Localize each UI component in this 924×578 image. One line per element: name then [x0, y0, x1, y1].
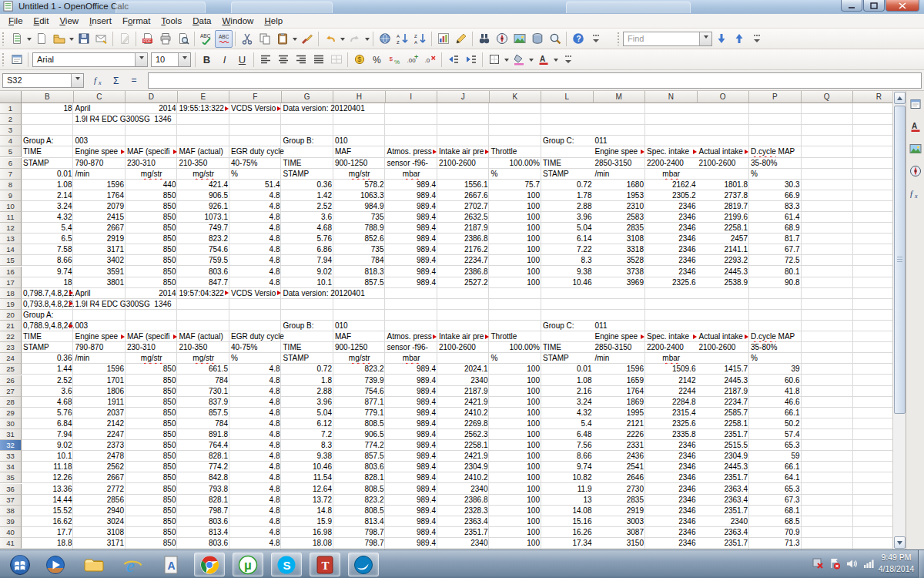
cell-C27[interactable]: 1806: [74, 386, 126, 397]
cell-C17[interactable]: 3801: [74, 277, 126, 288]
column-header-B[interactable]: B: [22, 91, 74, 103]
cell-J15[interactable]: 2234.7: [437, 255, 490, 266]
cell-I31[interactable]: 989.4: [386, 429, 438, 440]
sort-desc-icon[interactable]: ZA: [411, 30, 429, 48]
gallery-icon[interactable]: [511, 30, 528, 48]
cell-G28[interactable]: 3.96: [282, 397, 334, 408]
row-header-17[interactable]: 17: [0, 277, 22, 288]
cell-I28[interactable]: 989.4: [386, 397, 438, 408]
cell-L21[interactable]: Group C:: [541, 321, 594, 331]
cell-H13[interactable]: 852.6: [333, 234, 386, 244]
cell-G12[interactable]: 4.68: [282, 223, 334, 234]
align-left-icon[interactable]: [256, 51, 274, 69]
cell-P30[interactable]: 50.2: [749, 418, 802, 429]
cell-E15[interactable]: 759.5: [178, 255, 230, 266]
align-right-icon[interactable]: [292, 51, 310, 69]
cell-L33[interactable]: 8.66: [541, 451, 594, 462]
cell-B10[interactable]: 3.24: [22, 201, 74, 212]
cell-F13[interactable]: 4.8: [229, 234, 282, 244]
cell-G31[interactable]: 7.2: [282, 429, 334, 440]
datasource-icon[interactable]: [528, 30, 546, 48]
cell-K11[interactable]: 100: [490, 212, 542, 223]
cell-J26[interactable]: 2340: [437, 375, 490, 386]
cell-C4[interactable]: 003: [74, 136, 126, 146]
cell-C41[interactable]: 3171: [74, 538, 126, 549]
cell-L4[interactable]: Group C:: [541, 136, 594, 146]
cell-N30[interactable]: 2325.6: [645, 418, 698, 429]
row-header-13[interactable]: 13: [0, 234, 22, 244]
cell-K28[interactable]: 100: [490, 397, 542, 408]
cell-B21[interactable]: 0,788.9,4.8,24.: [22, 321, 74, 331]
cell-D32[interactable]: 850: [126, 440, 178, 451]
cell-L15[interactable]: 8.3: [541, 255, 594, 266]
cell-P13[interactable]: 81.7: [749, 234, 802, 244]
cell-N17[interactable]: 2325.6: [645, 277, 698, 288]
cell-F14[interactable]: 4.8: [229, 244, 282, 255]
row-header-31[interactable]: 31: [0, 429, 22, 440]
cell-M22[interactable]: Engine spee: [594, 331, 646, 342]
cell-E11[interactable]: 1073.1: [178, 212, 230, 223]
cell-B41[interactable]: 18.8: [22, 538, 74, 549]
cell-I25[interactable]: 989.4: [386, 364, 438, 375]
taskbar-explorer-icon[interactable]: [79, 553, 109, 576]
cell-E26[interactable]: 784: [178, 375, 230, 386]
cell-K5[interactable]: Throttle: [490, 146, 542, 157]
column-header-Q[interactable]: Q: [802, 91, 854, 103]
cell-E23[interactable]: 210-350: [178, 342, 230, 353]
underline-button[interactable]: U: [233, 51, 251, 69]
row-header-36[interactable]: 36: [0, 484, 22, 495]
cell-H23[interactable]: 900-1250: [333, 342, 386, 353]
cell-K16[interactable]: 100: [490, 267, 542, 277]
row-header-20[interactable]: 20: [0, 310, 22, 321]
column-header-G[interactable]: G: [282, 91, 334, 103]
cell-J8[interactable]: 1556.1: [437, 180, 490, 190]
cell-F11[interactable]: 4.8: [229, 212, 282, 223]
cell-D41[interactable]: 850: [126, 538, 178, 549]
cell-K25[interactable]: 100: [490, 364, 542, 375]
row-header-22[interactable]: 22: [0, 331, 22, 342]
cell-F41[interactable]: 4.8: [229, 538, 282, 549]
cell-C13[interactable]: 2919: [74, 234, 126, 244]
find-next-icon[interactable]: [712, 30, 730, 48]
cell-area[interactable]: 18April201419:55:13:322VCDS VersioData v…: [22, 103, 892, 549]
cell-J9[interactable]: 2667.6: [437, 190, 490, 201]
cell-K38[interactable]: 100: [490, 506, 542, 516]
find-input[interactable]: Find: [623, 32, 712, 46]
cell-C21[interactable]: 003: [74, 321, 126, 331]
add-dec-icon[interactable]: .00+: [403, 51, 421, 69]
cell-N15[interactable]: 2346: [645, 255, 698, 266]
pdf-icon[interactable]: PDF: [139, 30, 156, 48]
cell-M39[interactable]: 3003: [594, 516, 646, 527]
cell-N29[interactable]: 2315.4: [645, 408, 698, 418]
cell-M5[interactable]: Engine spee: [594, 146, 646, 157]
cell-G9[interactable]: 1.42: [282, 190, 334, 201]
cell-M38[interactable]: 2919: [594, 506, 646, 516]
cell-C31[interactable]: 2247: [74, 429, 126, 440]
close-button[interactable]: [886, 0, 919, 12]
row-header-6[interactable]: 6: [0, 158, 22, 169]
row-header-21[interactable]: 21: [0, 321, 22, 331]
bgcolor-dropdown-icon[interactable]: [529, 59, 534, 64]
cell-D16[interactable]: 850: [126, 267, 178, 277]
cell-F33[interactable]: 4.8: [229, 451, 282, 462]
cell-G18[interactable]: Data version: 20120401: [282, 288, 334, 299]
cell-F9[interactable]: 4.8: [229, 190, 282, 201]
cell-F6[interactable]: 40-75%: [229, 158, 282, 169]
cell-F29[interactable]: 4.8: [229, 408, 282, 418]
taskbar-skype-icon[interactable]: S: [271, 553, 302, 576]
cell-P5[interactable]: D.cycle MAP: [749, 146, 802, 157]
cell-J23[interactable]: 2100-2600: [437, 342, 490, 353]
cell-B33[interactable]: 10.1: [22, 451, 74, 462]
cell-L31[interactable]: 6.48: [541, 429, 594, 440]
cell-L38[interactable]: 14.08: [541, 506, 594, 516]
cell-P22[interactable]: D.cycle MAP: [749, 331, 802, 342]
cell-J29[interactable]: 2410.2: [437, 408, 490, 418]
cell-P16[interactable]: 80.1: [749, 267, 802, 277]
tray-audio-icon[interactable]: [845, 557, 858, 573]
cell-N35[interactable]: 2346: [645, 472, 698, 483]
cell-G30[interactable]: 6.12: [282, 418, 334, 429]
cell-D28[interactable]: 850: [126, 397, 178, 408]
cell-D5[interactable]: MAF (specifi: [126, 146, 178, 157]
cell-L14[interactable]: 7.22: [541, 244, 594, 255]
cell-B11[interactable]: 4.32: [22, 212, 74, 223]
